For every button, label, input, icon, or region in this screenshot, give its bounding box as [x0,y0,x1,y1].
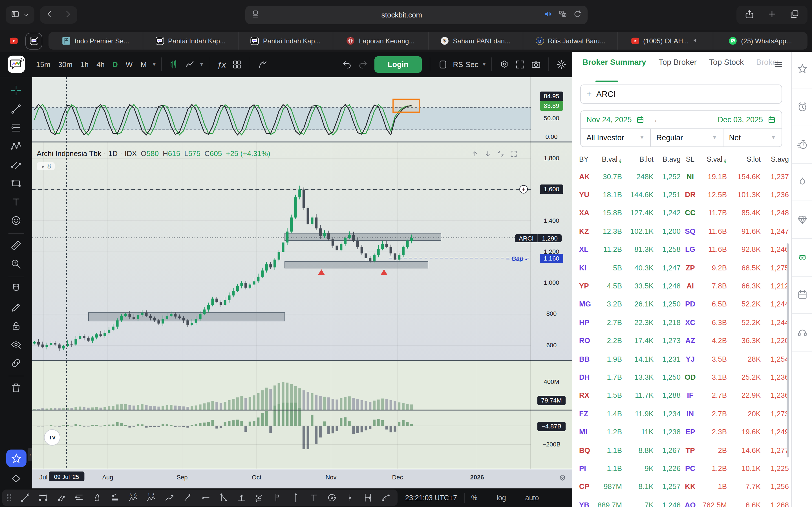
panel-menu-icon[interactable] [774,60,783,71]
magnet-icon[interactable] [8,280,24,297]
broker-row[interactable]: DH 1.7B 13.3K 1,250 OD 3.1B 25.2K 1,236 [579,368,791,386]
sidebar-toggle[interactable] [6,6,35,24]
support-headset-icon[interactable] [792,323,812,342]
timeframe-30m[interactable]: 30m [54,57,77,71]
parallel-channel-icon[interactable] [8,156,24,173]
fav-anchor-line-icon[interactable] [343,491,357,504]
timeframe-chevron-icon[interactable]: ▼ [152,61,157,67]
alerts-alarm-icon[interactable] [792,98,812,117]
column-bavg[interactable]: B.avg [654,156,680,163]
filter-all-investor[interactable]: All Investor▼ [581,128,651,147]
gems-diamond-icon[interactable] [792,210,812,229]
timeframe-15m[interactable]: 15m [32,57,54,71]
fav-horizontal-lines-icon[interactable] [72,491,86,504]
compare-line-icon[interactable] [182,56,198,72]
add-alert-icon[interactable]: + [519,185,528,193]
fav-wedge-icon[interactable] [91,491,104,504]
indicators-fx-icon[interactable]: ƒx [214,59,230,69]
calendar-icon[interactable] [767,115,776,124]
audio-mute-icon[interactable] [544,9,553,20]
url-text[interactable]: stockbit.com [260,11,544,19]
fav-vertical-line-icon[interactable] [289,491,303,504]
stockbit-logo[interactable] [0,52,32,77]
tab-overview-icon[interactable] [790,9,800,21]
fav-parallel-lines-icon[interactable] [54,491,68,504]
emoji-tool-icon[interactable] [8,212,24,229]
style-chevron-icon[interactable]: ▼ [199,61,204,67]
broker-row[interactable]: BB 1.9B 14.1K 1,231 YJ 3.5B 28K 1,254 [579,350,791,368]
pinned-tab-stockbit[interactable] [27,34,41,48]
scale-log[interactable]: log [497,494,506,502]
crosshair-icon[interactable] [8,82,24,99]
column-savg[interactable]: S.avg [761,156,789,163]
timeframe-M[interactable]: M [137,57,151,71]
stay-in-drawing-icon[interactable] [8,298,24,316]
history-timer-icon[interactable] [792,135,812,154]
panel-scrollbar[interactable] [786,243,789,457]
filter-net[interactable]: Net▼ [723,128,781,147]
translate-icon[interactable] [558,9,567,20]
column-blot[interactable]: B.lot [622,156,654,163]
ruler-icon[interactable] [8,237,24,253]
tradingview-logo[interactable]: TV [45,430,60,445]
broker-row[interactable]: MG 3.2B 26.1K 1,250 PD 6.5B 52.2K 1,244 [579,295,791,313]
fav-triangle-pattern-icon[interactable] [217,491,231,504]
browser-tab[interactable]: Pantai Indah Kap... [144,32,239,50]
pane-move-down-icon[interactable] [484,150,492,160]
broker-row[interactable]: XL 11.2B 81.3K 1,258 LG 11.6B 92.8K 1,24… [579,240,791,259]
fav-forecast-icon[interactable] [253,491,266,504]
broker-row[interactable]: BQ 1.1B 8.8K 1,267 TP 2B 14.6K 1,277 [579,441,791,459]
broker-row[interactable]: YU 18.1B 144.6K 1,251 DR 12.5B 101.3K 1,… [579,186,791,204]
broker-row[interactable]: XA 15.8B 127.4K 1,242 CC 11.7B 85.4K 1,2… [579,204,791,222]
fav-curve-icon[interactable] [379,491,393,504]
fav-fan-lines-icon[interactable] [109,491,122,504]
new-tab-icon[interactable] [767,9,777,21]
back-button[interactable] [45,9,54,20]
column-sval[interactable]: S.val▲▼ [700,156,727,163]
candle-style-icon[interactable] [166,56,182,72]
forward-button[interactable] [63,9,72,20]
filter-regular[interactable]: Regular▼ [651,128,723,147]
broker-row[interactable]: KI 5B 40.3K 1,247 ZP 9.2B 68.5K 1,275 [579,259,791,277]
fav-rectangle-icon[interactable] [36,491,50,504]
broker-row[interactable]: YB 889.7M 7K 1,246 AO 762.5M 6.6K 1,268 [579,496,791,507]
widget-diamond-icon[interactable] [8,470,24,487]
panel-tab-top-broker[interactable]: Top Broker [659,57,697,66]
template-chevron-icon[interactable]: ▼ [481,61,487,67]
url-bar[interactable]: stockbit.com [245,6,588,24]
remove-drawings-icon[interactable] [8,379,24,396]
panel-tab-broker-summary[interactable]: Broker Summary [582,57,646,66]
timeframe-D[interactable]: D [109,57,122,71]
column-sl[interactable]: SL [680,156,700,163]
timeframe-4h[interactable]: 4h [93,57,109,71]
browser-tab[interactable]: (25) WhatsApp... [713,32,808,50]
fav-price-range-icon[interactable] [235,491,248,504]
broker-row[interactable]: RO 2.2B 17.4K 1,273 AZ 4.2B 36.3K 1,220 [579,332,791,350]
indicators-collapsed-chip[interactable]: ▼8 [37,162,55,170]
fav-text-icon[interactable] [307,491,320,504]
fav-abc-pattern-icon[interactable]: AC [126,491,140,504]
panel-tab-top-stock[interactable]: Top Stock [709,57,744,66]
broker-row[interactable]: KZ 12.3B 102.1K 1,200 SQ 11.6B 91.6K 1,2… [579,222,791,240]
browser-tab[interactable]: ✳Saham PANI dan... [428,32,523,50]
browser-tab[interactable]: Laporan Keuang... [333,32,428,50]
column-by[interactable]: BY [579,156,595,163]
broker-row[interactable]: FZ 1.4B 11.9K 1,234 IN 2.7B 20K 1,273 [579,404,791,423]
template-icon[interactable] [435,56,451,72]
column-bval[interactable]: B.val▲▼ [595,156,622,163]
fullscreen-icon[interactable] [512,56,528,72]
broker-row[interactable]: CP 987M 8.1K 1,257 KK 1B 7.7K 1,256 [579,477,791,496]
fav-price-note-icon[interactable] [271,491,285,504]
symbol-search-input[interactable]: +ARCI [580,84,782,104]
trend-line-icon[interactable] [8,100,24,117]
calendar-icon[interactable] [637,115,645,124]
fav-horizontal-ray-icon[interactable] [199,491,212,504]
settings-icon[interactable] [496,56,512,72]
fib-retracement-icon[interactable] [8,119,24,136]
fav-arrow-marker-icon[interactable] [181,491,194,504]
undo-icon[interactable] [339,56,355,72]
zoom-in-icon[interactable] [8,255,24,272]
fav-trend-line-icon[interactable] [18,491,32,504]
time-axis-settings-icon[interactable] [558,474,567,485]
draw-mode-icon[interactable] [255,56,270,72]
